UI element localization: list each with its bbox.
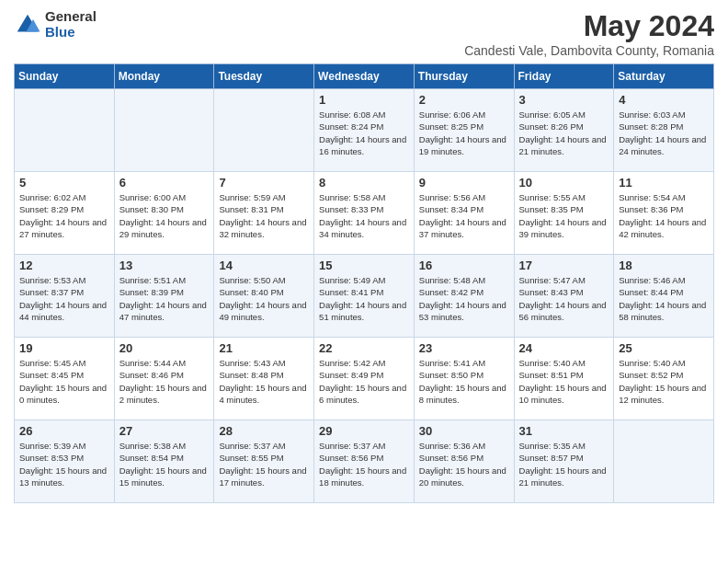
- day-info: Sunrise: 6:08 AM Sunset: 8:24 PM Dayligh…: [319, 109, 409, 157]
- calendar-cell: 24Sunrise: 5:40 AM Sunset: 8:51 PM Dayli…: [514, 338, 614, 420]
- calendar-cell: 13Sunrise: 5:51 AM Sunset: 8:39 PM Dayli…: [114, 255, 214, 338]
- day-number: 2: [419, 93, 509, 107]
- day-number: 16: [419, 259, 509, 272]
- calendar-week-3: 12Sunrise: 5:53 AM Sunset: 8:37 PM Dayli…: [15, 255, 714, 338]
- calendar-week-4: 19Sunrise: 5:45 AM Sunset: 8:45 PM Dayli…: [15, 338, 714, 420]
- calendar-week-5: 26Sunrise: 5:39 AM Sunset: 8:53 PM Dayli…: [15, 420, 714, 503]
- day-number: 7: [219, 176, 309, 190]
- calendar-cell: 8Sunrise: 5:58 AM Sunset: 8:33 PM Daylig…: [314, 172, 415, 255]
- day-info: Sunrise: 5:49 AM Sunset: 8:41 PM Dayligh…: [319, 274, 409, 323]
- day-info: Sunrise: 5:40 AM Sunset: 8:51 PM Dayligh…: [519, 357, 609, 406]
- day-number: 3: [519, 93, 609, 107]
- day-number: 22: [319, 341, 409, 355]
- day-info: Sunrise: 6:02 AM Sunset: 8:29 PM Dayligh…: [19, 191, 109, 240]
- day-number: 13: [119, 259, 210, 272]
- location-subtitle: Candesti Vale, Dambovita County, Romania: [464, 43, 714, 58]
- day-info: Sunrise: 5:51 AM Sunset: 8:39 PM Dayligh…: [119, 274, 210, 323]
- day-info: Sunrise: 5:47 AM Sunset: 8:43 PM Dayligh…: [519, 274, 609, 323]
- day-number: 9: [419, 176, 509, 190]
- calendar-header-row: SundayMondayTuesdayWednesdayThursdayFrid…: [15, 64, 714, 89]
- day-number: 24: [519, 341, 609, 355]
- header-tuesday: Tuesday: [214, 64, 314, 89]
- day-info: Sunrise: 5:50 AM Sunset: 8:40 PM Dayligh…: [219, 274, 309, 323]
- day-number: 30: [419, 424, 509, 438]
- day-number: 20: [119, 341, 210, 355]
- day-number: 12: [19, 259, 109, 272]
- calendar-cell: 1Sunrise: 6:08 AM Sunset: 8:24 PM Daylig…: [314, 89, 415, 172]
- day-number: 25: [619, 341, 709, 355]
- logo-text: General Blue: [45, 9, 97, 40]
- calendar-cell: 27Sunrise: 5:38 AM Sunset: 8:54 PM Dayli…: [114, 420, 214, 503]
- logo: General Blue: [14, 9, 97, 40]
- day-info: Sunrise: 5:55 AM Sunset: 8:35 PM Dayligh…: [519, 191, 609, 240]
- calendar-cell: 22Sunrise: 5:42 AM Sunset: 8:49 PM Dayli…: [314, 338, 415, 420]
- calendar-cell: [114, 89, 214, 172]
- day-info: Sunrise: 5:48 AM Sunset: 8:42 PM Dayligh…: [419, 274, 509, 323]
- day-number: 5: [19, 176, 109, 190]
- header-saturday: Saturday: [614, 64, 714, 89]
- day-number: 26: [19, 424, 109, 438]
- day-info: Sunrise: 6:03 AM Sunset: 8:28 PM Dayligh…: [619, 109, 709, 157]
- day-number: 23: [419, 341, 509, 355]
- day-info: Sunrise: 5:39 AM Sunset: 8:53 PM Dayligh…: [19, 440, 109, 488]
- calendar-week-2: 5Sunrise: 6:02 AM Sunset: 8:29 PM Daylig…: [15, 172, 714, 255]
- day-number: 21: [219, 341, 309, 355]
- day-info: Sunrise: 5:37 AM Sunset: 8:56 PM Dayligh…: [319, 440, 409, 488]
- day-info: Sunrise: 5:53 AM Sunset: 8:37 PM Dayligh…: [19, 274, 109, 323]
- header-thursday: Thursday: [414, 64, 514, 89]
- day-number: 17: [519, 259, 609, 272]
- calendar-cell: 6Sunrise: 6:00 AM Sunset: 8:30 PM Daylig…: [114, 172, 214, 255]
- day-number: 6: [119, 176, 210, 190]
- day-info: Sunrise: 5:58 AM Sunset: 8:33 PM Dayligh…: [319, 191, 409, 240]
- calendar-cell: 16Sunrise: 5:48 AM Sunset: 8:42 PM Dayli…: [414, 255, 514, 338]
- day-number: 31: [519, 424, 609, 438]
- logo-general-text: General: [45, 9, 97, 25]
- day-info: Sunrise: 5:54 AM Sunset: 8:36 PM Dayligh…: [619, 191, 709, 240]
- calendar-cell: 20Sunrise: 5:44 AM Sunset: 8:46 PM Dayli…: [114, 338, 214, 420]
- calendar-cell: 29Sunrise: 5:37 AM Sunset: 8:56 PM Dayli…: [314, 420, 415, 503]
- month-title: May 2024: [464, 9, 714, 43]
- calendar-cell: 2Sunrise: 6:06 AM Sunset: 8:25 PM Daylig…: [414, 89, 514, 172]
- day-info: Sunrise: 5:42 AM Sunset: 8:49 PM Dayligh…: [319, 357, 409, 406]
- calendar-cell: 19Sunrise: 5:45 AM Sunset: 8:45 PM Dayli…: [15, 338, 115, 420]
- day-number: 4: [619, 93, 709, 107]
- calendar-cell: [214, 89, 314, 172]
- day-info: Sunrise: 6:05 AM Sunset: 8:26 PM Dayligh…: [519, 109, 609, 157]
- day-info: Sunrise: 5:38 AM Sunset: 8:54 PM Dayligh…: [119, 440, 210, 488]
- page-header: General Blue May 2024 Candesti Vale, Dam…: [14, 9, 714, 58]
- calendar-cell: 4Sunrise: 6:03 AM Sunset: 8:28 PM Daylig…: [614, 89, 714, 172]
- day-info: Sunrise: 5:41 AM Sunset: 8:50 PM Dayligh…: [419, 357, 509, 406]
- calendar-cell: 31Sunrise: 5:35 AM Sunset: 8:57 PM Dayli…: [514, 420, 614, 503]
- calendar-cell: 21Sunrise: 5:43 AM Sunset: 8:48 PM Dayli…: [214, 338, 314, 420]
- calendar-cell: 5Sunrise: 6:02 AM Sunset: 8:29 PM Daylig…: [15, 172, 115, 255]
- day-number: 11: [619, 176, 709, 190]
- day-number: 1: [319, 93, 409, 107]
- calendar-cell: 7Sunrise: 5:59 AM Sunset: 8:31 PM Daylig…: [214, 172, 314, 255]
- day-info: Sunrise: 5:40 AM Sunset: 8:52 PM Dayligh…: [619, 357, 709, 406]
- calendar-cell: 23Sunrise: 5:41 AM Sunset: 8:50 PM Dayli…: [414, 338, 514, 420]
- calendar-week-1: 1Sunrise: 6:08 AM Sunset: 8:24 PM Daylig…: [15, 89, 714, 172]
- calendar-cell: 11Sunrise: 5:54 AM Sunset: 8:36 PM Dayli…: [614, 172, 714, 255]
- day-info: Sunrise: 5:56 AM Sunset: 8:34 PM Dayligh…: [419, 191, 509, 240]
- calendar-cell: 25Sunrise: 5:40 AM Sunset: 8:52 PM Dayli…: [614, 338, 714, 420]
- calendar-cell: 18Sunrise: 5:46 AM Sunset: 8:44 PM Dayli…: [614, 255, 714, 338]
- day-info: Sunrise: 6:06 AM Sunset: 8:25 PM Dayligh…: [419, 109, 509, 157]
- logo-blue-text: Blue: [45, 25, 97, 40]
- calendar-cell: 15Sunrise: 5:49 AM Sunset: 8:41 PM Dayli…: [314, 255, 415, 338]
- day-info: Sunrise: 5:44 AM Sunset: 8:46 PM Dayligh…: [119, 357, 210, 406]
- calendar-cell: 28Sunrise: 5:37 AM Sunset: 8:55 PM Dayli…: [214, 420, 314, 503]
- day-number: 18: [619, 259, 709, 272]
- day-info: Sunrise: 5:35 AM Sunset: 8:57 PM Dayligh…: [519, 440, 609, 488]
- calendar-cell: [614, 420, 714, 503]
- day-info: Sunrise: 5:46 AM Sunset: 8:44 PM Dayligh…: [619, 274, 709, 323]
- day-info: Sunrise: 5:36 AM Sunset: 8:56 PM Dayligh…: [419, 440, 509, 488]
- header-friday: Friday: [514, 64, 614, 89]
- calendar-table: SundayMondayTuesdayWednesdayThursdayFrid…: [14, 63, 714, 503]
- day-number: 15: [319, 259, 409, 272]
- day-info: Sunrise: 5:37 AM Sunset: 8:55 PM Dayligh…: [219, 440, 309, 488]
- day-info: Sunrise: 5:43 AM Sunset: 8:48 PM Dayligh…: [219, 357, 309, 406]
- day-number: 27: [119, 424, 210, 438]
- day-number: 14: [219, 259, 309, 272]
- calendar-cell: 30Sunrise: 5:36 AM Sunset: 8:56 PM Dayli…: [414, 420, 514, 503]
- day-number: 19: [19, 341, 109, 355]
